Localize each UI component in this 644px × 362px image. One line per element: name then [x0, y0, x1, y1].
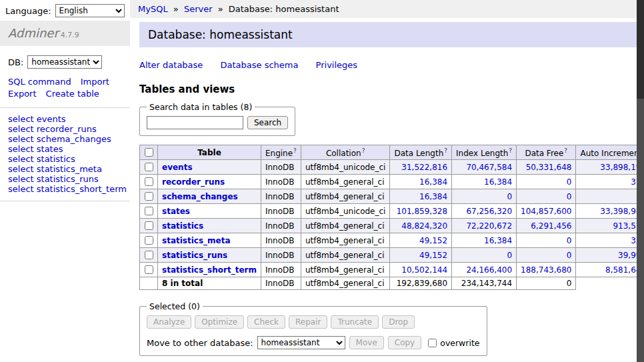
col-data-free: Data Free?: [517, 145, 576, 160]
move-row: Move to other database: homeassistant Mo…: [147, 336, 480, 349]
sidebar-item-schema-changes[interactable]: select schema_changes: [8, 134, 122, 144]
table-row: schema_changes InnoDB utf8mb4_general_ci…: [140, 189, 644, 204]
sidebar-item-statistics[interactable]: select statistics: [8, 154, 122, 164]
row-checkbox[interactable]: [145, 221, 153, 230]
analyze-button[interactable]: Analyze: [147, 315, 191, 329]
row-checkbox[interactable]: [145, 236, 153, 245]
data-free-link[interactable]: 0: [567, 177, 572, 187]
index-length-link[interactable]: 70,467,584: [466, 163, 512, 172]
table-name-link[interactable]: statistics: [162, 221, 203, 231]
index-length-link[interactable]: 24,166,400: [466, 265, 512, 275]
table-name-link[interactable]: events: [162, 163, 193, 172]
table-name-link[interactable]: statistics_short_term: [162, 265, 257, 275]
scrollbar-thumb[interactable]: [637, 0, 644, 99]
data-length-link[interactable]: 49,152: [419, 251, 447, 260]
truncate-button[interactable]: Truncate: [331, 315, 379, 329]
help-marker: ?: [564, 147, 567, 154]
data-length-link[interactable]: 16,384: [419, 177, 447, 187]
selected-legend: Selected (0): [147, 301, 203, 311]
collation-cell: utf8mb4_general_ci: [301, 189, 390, 204]
drop-button[interactable]: Drop: [382, 315, 415, 329]
row-checkbox[interactable]: [145, 163, 153, 171]
table-name-link[interactable]: statistics_meta: [162, 236, 231, 245]
sidebar-item-events[interactable]: select events: [8, 114, 122, 124]
sidebar-item-states[interactable]: select states: [8, 144, 122, 154]
language-select[interactable]: English: [55, 4, 125, 17]
import-link[interactable]: Import: [81, 77, 109, 87]
table-name-link[interactable]: statistics_runs: [162, 251, 227, 260]
move-database-select[interactable]: homeassistant: [257, 336, 345, 349]
overwrite-label[interactable]: overwrite: [425, 337, 479, 349]
breadcrumb-mysql-link[interactable]: MySQL: [138, 4, 168, 14]
repair-button[interactable]: Repair: [289, 315, 327, 329]
data-length-link[interactable]: 16,384: [419, 192, 447, 201]
page: Language: English Adminer4.7.9 DB: homea…: [0, 0, 637, 362]
move-button[interactable]: Move: [349, 336, 384, 349]
table-name-link[interactable]: recorder_runs: [162, 177, 225, 187]
privileges-link[interactable]: Privileges: [316, 60, 358, 70]
sidebar-item-statistics-meta[interactable]: select statistics_meta: [8, 164, 122, 174]
index-length-link[interactable]: 16,384: [484, 236, 512, 245]
data-length-link[interactable]: 101,859,328: [397, 207, 447, 216]
total-label: 8 in total: [158, 277, 261, 290]
table-row: statistics_short_term InnoDB utf8mb4_gen…: [140, 263, 644, 277]
data-free-link[interactable]: 6,291,456: [531, 221, 571, 231]
col-data-length: Data Length?: [390, 145, 452, 160]
table-row: recorder_runs InnoDB utf8mb4_general_ci …: [140, 175, 644, 189]
row-checkbox[interactable]: [145, 251, 153, 259]
overwrite-text: overwrite: [440, 338, 479, 348]
sidebar-item-statistics-runs[interactable]: select statistics_runs: [8, 174, 122, 184]
optimize-button[interactable]: Optimize: [195, 315, 244, 329]
database-schema-link[interactable]: Database schema: [221, 60, 299, 70]
row-checkbox[interactable]: [145, 177, 153, 186]
index-length-link[interactable]: 67,256,320: [466, 207, 512, 216]
col-auto-increment: Auto Increment?: [576, 145, 644, 160]
row-checkbox[interactable]: [145, 192, 153, 201]
search-input[interactable]: [147, 116, 243, 129]
alter-database-link[interactable]: Alter database: [139, 60, 203, 70]
export-link[interactable]: Export: [8, 89, 37, 99]
data-length-link[interactable]: 48,824,320: [401, 221, 447, 231]
table-row: events InnoDB utf8mb4_unicode_ci 31,522,…: [140, 160, 644, 175]
language-label: Language:: [5, 6, 51, 16]
index-length-link[interactable]: 0: [507, 192, 512, 201]
breadcrumb-server-link[interactable]: Server: [184, 4, 213, 14]
db-select[interactable]: homeassistant: [27, 55, 102, 69]
help-marker: ?: [293, 147, 297, 154]
data-free-link[interactable]: 104,857,600: [521, 207, 571, 216]
select-all-cell: [140, 145, 158, 160]
sidebar-item-recorder-runs[interactable]: select recorder_runs: [8, 124, 122, 134]
index-length-link[interactable]: 72,220,672: [466, 221, 512, 231]
index-length-link[interactable]: 16,384: [484, 177, 512, 187]
data-length-link[interactable]: 10,502,144: [401, 265, 447, 275]
data-free-link[interactable]: 188,743,680: [521, 265, 571, 275]
scrollbar[interactable]: [637, 0, 644, 362]
sidebar-item-statistics-short-term[interactable]: select statistics_short_term: [8, 184, 122, 194]
data-free-link[interactable]: 0: [567, 236, 572, 245]
sql-command-link[interactable]: SQL command: [8, 77, 71, 87]
search-button[interactable]: Search: [247, 116, 288, 129]
app-name[interactable]: Adminer: [8, 26, 59, 40]
table-name-link[interactable]: states: [162, 207, 190, 216]
check-button[interactable]: Check: [247, 315, 285, 329]
create-table-link-sidebar[interactable]: Create table: [46, 89, 99, 99]
col-engine: Engine?: [261, 145, 301, 160]
search-fieldset: Search data in tables (8) Search: [139, 102, 295, 136]
data-free-link[interactable]: 0: [567, 192, 572, 201]
engine-cell: InnoDB: [261, 263, 301, 277]
engine-cell: InnoDB: [261, 219, 301, 233]
data-free-link[interactable]: 50,331,648: [526, 163, 572, 172]
total-row: 8 in total InnoDB utf8mb4_general_ci 192…: [140, 277, 644, 290]
copy-button[interactable]: Copy: [388, 336, 421, 349]
row-checkbox[interactable]: [145, 265, 153, 274]
search-legend: Search data in tables (8): [147, 102, 255, 112]
data-length-link[interactable]: 49,152: [419, 236, 447, 245]
data-length-link[interactable]: 31,522,816: [401, 163, 447, 172]
table-name-link[interactable]: schema_changes: [162, 192, 238, 201]
database-nav-links: Alter database Database schema Privilege…: [139, 60, 644, 70]
index-length-link[interactable]: 0: [507, 251, 512, 260]
select-all-checkbox[interactable]: [145, 148, 153, 157]
data-free-link[interactable]: 0: [567, 251, 572, 260]
row-checkbox[interactable]: [145, 207, 153, 215]
overwrite-checkbox[interactable]: [428, 339, 437, 347]
